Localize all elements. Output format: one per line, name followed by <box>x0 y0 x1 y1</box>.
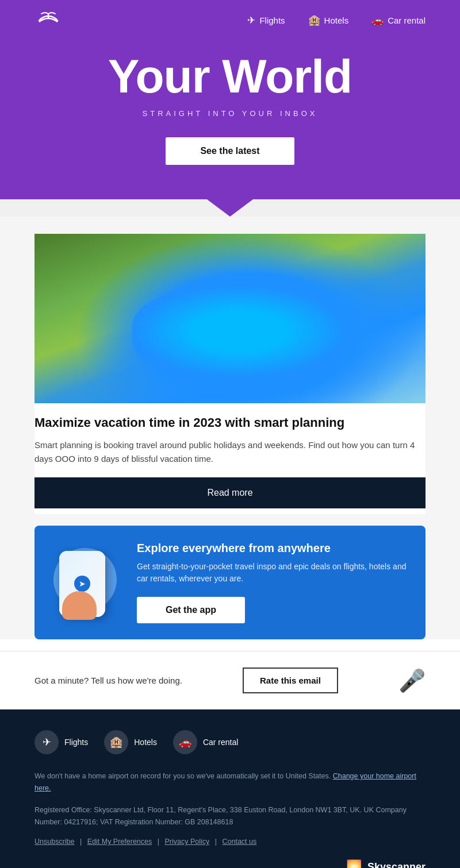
article-card: Maximize vacation time in 2023 with smar… <box>34 234 425 514</box>
footer-registered: Registered Office: Skyscanner Ltd, Floor… <box>34 804 425 829</box>
app-text: Explore everywhere from anywhere Get str… <box>137 542 409 623</box>
chevron-divider <box>0 199 460 217</box>
see-latest-button[interactable]: See the latest <box>166 137 294 165</box>
footer-brand-name: Skyscanner <box>367 861 425 868</box>
footer-hotels-icon: 🏨 <box>104 730 128 754</box>
hero-subtitle: STRAIGHT INTO YOUR INBOX <box>34 109 425 118</box>
footer-flights[interactable]: ✈ Flights <box>34 730 88 754</box>
app-description: Get straight-to-your-pocket travel inspo… <box>137 561 409 585</box>
contact-us-link[interactable]: Contact us <box>222 838 256 846</box>
read-more-button[interactable]: Read more <box>34 477 425 508</box>
footer-nav: ✈ Flights 🏨 Hotels 🚗 Car rental <box>34 730 425 754</box>
article-image <box>34 234 425 403</box>
nav-car-rental[interactable]: 🚗 Car rental <box>371 14 425 26</box>
footer-flights-icon: ✈ <box>34 730 59 754</box>
skyscanner-sun-icon: 🌅 <box>346 859 362 868</box>
nav-hotels[interactable]: 🏨 Hotels <box>308 14 349 26</box>
footer-legal: We don't have a home airport on record f… <box>34 770 425 795</box>
rate-prompt: Got a minute? Tell us how we're doing. <box>34 676 182 685</box>
footer: ✈ Flights 🏨 Hotels 🚗 Car rental We don't… <box>0 709 460 868</box>
chevron-shape <box>207 199 253 217</box>
footer-links: Unsubscribe | Edit My Preferences | Priv… <box>34 838 425 846</box>
logo <box>34 10 247 30</box>
footer-brand: 🌅 Skyscanner <box>34 859 425 868</box>
nav-dot: ➤ <box>74 576 90 592</box>
nav-flights[interactable]: ✈ Flights <box>247 14 285 26</box>
app-heading: Explore everywhere from anywhere <box>137 542 409 555</box>
article-description: Smart planning is booking travel around … <box>34 438 425 466</box>
microphone-icon: 🎤 <box>398 670 425 692</box>
article-body: Maximize vacation time in 2023 with smar… <box>34 403 425 514</box>
app-phone-illustration: ➤ <box>51 545 125 620</box>
footer-hotels[interactable]: 🏨 Hotels <box>104 730 157 754</box>
get-app-button[interactable]: Get the app <box>137 597 245 623</box>
car-icon: 🚗 <box>371 14 384 26</box>
hero-title: Your World <box>34 52 425 101</box>
footer-car-icon: 🚗 <box>173 730 197 754</box>
hero-section: Your World STRAIGHT INTO YOUR INBOX See … <box>0 40 460 199</box>
content-area: Maximize vacation time in 2023 with smar… <box>0 217 460 639</box>
rate-section: Got a minute? Tell us how we're doing. R… <box>0 651 460 709</box>
email-wrapper: ✈ Flights 🏨 Hotels 🚗 Car rental Your Wor… <box>0 0 460 868</box>
privacy-policy-link[interactable]: Privacy Policy <box>164 838 209 846</box>
article-title: Maximize vacation time in 2023 with smar… <box>34 415 425 431</box>
app-promo-section: ➤ Explore everywhere from anywhere Get s… <box>34 526 425 639</box>
unsubscribe-link[interactable]: Unsubscribe <box>34 838 74 846</box>
edit-preferences-link[interactable]: Edit My Preferences <box>87 838 152 846</box>
nav-links: ✈ Flights 🏨 Hotels 🚗 Car rental <box>247 14 425 26</box>
flights-icon: ✈ <box>247 14 255 26</box>
nav-bar: ✈ Flights 🏨 Hotels 🚗 Car rental <box>0 0 460 40</box>
footer-car-rental[interactable]: 🚗 Car rental <box>173 730 238 754</box>
rate-email-button[interactable]: Rate this email <box>243 668 338 693</box>
hotels-icon: 🏨 <box>308 14 320 26</box>
